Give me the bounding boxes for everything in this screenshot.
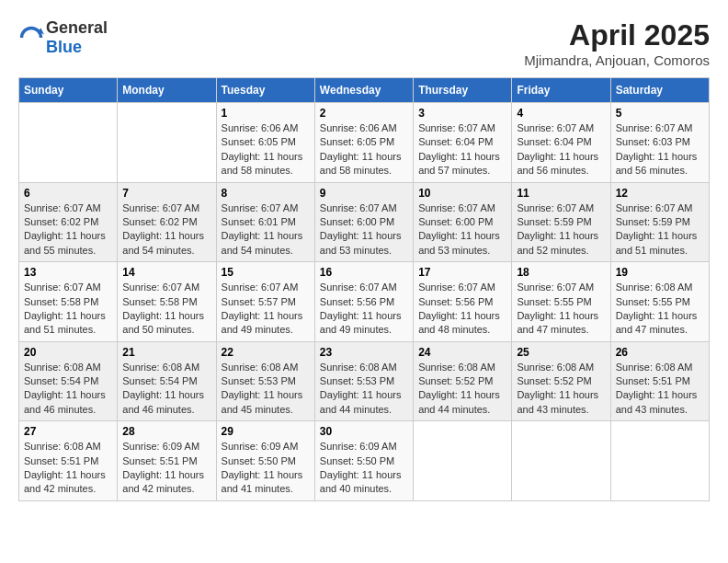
day-info: Sunrise: 6:07 AM Sunset: 5:56 PM Dayligh… <box>418 281 506 338</box>
day-info: Sunrise: 6:07 AM Sunset: 5:59 PM Dayligh… <box>517 201 605 259</box>
week-row-4: 20Sunrise: 6:08 AM Sunset: 5:54 PM Dayli… <box>19 341 710 421</box>
day-number: 28 <box>122 425 210 438</box>
calendar-cell <box>610 421 709 501</box>
day-number: 11 <box>517 187 605 200</box>
day-info: Sunrise: 6:09 AM Sunset: 5:50 PM Dayligh… <box>320 440 408 497</box>
day-number: 22 <box>222 346 310 359</box>
day-number: 14 <box>122 266 210 279</box>
day-info: Sunrise: 6:08 AM Sunset: 5:52 PM Dayligh… <box>517 361 605 418</box>
day-number: 5 <box>616 107 704 120</box>
calendar-cell: 22Sunrise: 6:08 AM Sunset: 5:53 PM Dayli… <box>216 341 314 421</box>
calendar-cell: 1Sunrise: 6:06 AM Sunset: 6:05 PM Daylig… <box>216 103 314 183</box>
day-number: 16 <box>320 266 408 279</box>
page-header: General Blue April 2025 Mjimandra, Anjou… <box>18 18 710 68</box>
day-number: 17 <box>418 266 506 279</box>
day-info: Sunrise: 6:07 AM Sunset: 5:58 PM Dayligh… <box>122 281 210 338</box>
title-block: April 2025 Mjimandra, Anjouan, Comoros <box>524 18 710 68</box>
day-number: 4 <box>517 107 605 120</box>
calendar-cell: 8Sunrise: 6:07 AM Sunset: 6:01 PM Daylig… <box>216 182 314 262</box>
day-info: Sunrise: 6:06 AM Sunset: 6:05 PM Dayligh… <box>222 121 310 178</box>
day-number: 26 <box>616 346 704 359</box>
logo-general-text: General <box>46 18 108 37</box>
calendar-cell: 20Sunrise: 6:08 AM Sunset: 5:54 PM Dayli… <box>19 341 118 421</box>
day-number: 27 <box>24 425 112 438</box>
day-info: Sunrise: 6:07 AM Sunset: 6:00 PM Dayligh… <box>418 201 506 259</box>
calendar-cell: 3Sunrise: 6:07 AM Sunset: 6:04 PM Daylig… <box>414 103 512 183</box>
logo-icon <box>18 25 44 51</box>
day-number: 6 <box>24 187 112 200</box>
weekday-header-wednesday: Wednesday <box>314 78 413 103</box>
day-info: Sunrise: 6:07 AM Sunset: 5:55 PM Dayligh… <box>517 281 605 338</box>
calendar-cell: 12Sunrise: 6:07 AM Sunset: 5:59 PM Dayli… <box>610 182 709 262</box>
week-row-2: 6Sunrise: 6:07 AM Sunset: 6:02 PM Daylig… <box>19 182 710 262</box>
day-info: Sunrise: 6:08 AM Sunset: 5:52 PM Dayligh… <box>418 361 506 418</box>
day-number: 7 <box>122 187 210 200</box>
calendar-cell <box>118 103 216 183</box>
weekday-header-sunday: Sunday <box>19 78 118 103</box>
calendar-cell: 6Sunrise: 6:07 AM Sunset: 6:02 PM Daylig… <box>19 182 118 262</box>
calendar-cell: 9Sunrise: 6:07 AM Sunset: 6:00 PM Daylig… <box>314 182 413 262</box>
calendar-cell: 28Sunrise: 6:09 AM Sunset: 5:51 PM Dayli… <box>118 421 216 501</box>
calendar-cell: 23Sunrise: 6:08 AM Sunset: 5:53 PM Dayli… <box>314 341 413 421</box>
week-row-5: 27Sunrise: 6:08 AM Sunset: 5:51 PM Dayli… <box>19 421 710 501</box>
day-number: 30 <box>320 425 408 438</box>
weekday-header-thursday: Thursday <box>414 78 512 103</box>
day-number: 20 <box>24 346 112 359</box>
day-number: 1 <box>222 107 310 120</box>
calendar-subtitle: Mjimandra, Anjouan, Comoros <box>524 52 710 68</box>
calendar-cell: 30Sunrise: 6:09 AM Sunset: 5:50 PM Dayli… <box>314 421 413 501</box>
calendar-cell: 16Sunrise: 6:07 AM Sunset: 5:56 PM Dayli… <box>314 262 413 342</box>
day-info: Sunrise: 6:08 AM Sunset: 5:51 PM Dayligh… <box>24 440 112 497</box>
day-number: 2 <box>320 107 408 120</box>
logo-blue-text: Blue <box>46 38 82 56</box>
day-number: 29 <box>222 425 310 438</box>
calendar-cell <box>19 103 118 183</box>
day-number: 15 <box>222 266 310 279</box>
day-info: Sunrise: 6:09 AM Sunset: 5:51 PM Dayligh… <box>122 440 210 497</box>
calendar-cell: 7Sunrise: 6:07 AM Sunset: 6:02 PM Daylig… <box>118 182 216 262</box>
weekday-header-row: SundayMondayTuesdayWednesdayThursdayFrid… <box>19 78 710 103</box>
calendar-cell: 24Sunrise: 6:08 AM Sunset: 5:52 PM Dayli… <box>414 341 512 421</box>
calendar-cell: 5Sunrise: 6:07 AM Sunset: 6:03 PM Daylig… <box>610 103 709 183</box>
day-info: Sunrise: 6:07 AM Sunset: 6:04 PM Dayligh… <box>517 121 605 178</box>
weekday-header-friday: Friday <box>512 78 610 103</box>
calendar-cell: 29Sunrise: 6:09 AM Sunset: 5:50 PM Dayli… <box>216 421 314 501</box>
day-number: 19 <box>616 266 704 279</box>
weekday-header-tuesday: Tuesday <box>216 78 314 103</box>
calendar-cell: 13Sunrise: 6:07 AM Sunset: 5:58 PM Dayli… <box>19 262 118 342</box>
day-info: Sunrise: 6:07 AM Sunset: 6:04 PM Dayligh… <box>418 121 506 178</box>
day-number: 12 <box>616 187 704 200</box>
day-info: Sunrise: 6:07 AM Sunset: 6:03 PM Dayligh… <box>616 121 704 178</box>
calendar-table: SundayMondayTuesdayWednesdayThursdayFrid… <box>18 77 710 501</box>
day-number: 18 <box>517 266 605 279</box>
day-number: 9 <box>320 187 408 200</box>
day-number: 25 <box>517 346 605 359</box>
day-number: 21 <box>122 346 210 359</box>
day-info: Sunrise: 6:06 AM Sunset: 6:05 PM Dayligh… <box>320 121 408 178</box>
day-info: Sunrise: 6:08 AM Sunset: 5:54 PM Dayligh… <box>122 361 210 418</box>
day-info: Sunrise: 6:07 AM Sunset: 5:58 PM Dayligh… <box>24 281 112 338</box>
weekday-header-monday: Monday <box>118 78 216 103</box>
day-number: 24 <box>418 346 506 359</box>
calendar-cell: 27Sunrise: 6:08 AM Sunset: 5:51 PM Dayli… <box>19 421 118 501</box>
day-info: Sunrise: 6:07 AM Sunset: 5:57 PM Dayligh… <box>222 281 310 338</box>
day-info: Sunrise: 6:08 AM Sunset: 5:55 PM Dayligh… <box>616 281 704 338</box>
calendar-cell <box>512 421 610 501</box>
day-number: 13 <box>24 266 112 279</box>
calendar-cell: 2Sunrise: 6:06 AM Sunset: 6:05 PM Daylig… <box>314 103 413 183</box>
day-info: Sunrise: 6:08 AM Sunset: 5:53 PM Dayligh… <box>320 361 408 418</box>
calendar-cell: 4Sunrise: 6:07 AM Sunset: 6:04 PM Daylig… <box>512 103 610 183</box>
day-info: Sunrise: 6:09 AM Sunset: 5:50 PM Dayligh… <box>222 440 310 497</box>
day-info: Sunrise: 6:07 AM Sunset: 6:00 PM Dayligh… <box>320 201 408 259</box>
weekday-header-saturday: Saturday <box>610 78 709 103</box>
day-number: 23 <box>320 346 408 359</box>
calendar-cell: 21Sunrise: 6:08 AM Sunset: 5:54 PM Dayli… <box>118 341 216 421</box>
calendar-cell: 15Sunrise: 6:07 AM Sunset: 5:57 PM Dayli… <box>216 262 314 342</box>
calendar-cell: 25Sunrise: 6:08 AM Sunset: 5:52 PM Dayli… <box>512 341 610 421</box>
day-info: Sunrise: 6:07 AM Sunset: 5:56 PM Dayligh… <box>320 281 408 338</box>
day-info: Sunrise: 6:08 AM Sunset: 5:51 PM Dayligh… <box>616 361 704 418</box>
calendar-cell: 19Sunrise: 6:08 AM Sunset: 5:55 PM Dayli… <box>610 262 709 342</box>
logo: General Blue <box>18 18 108 57</box>
day-number: 10 <box>418 187 506 200</box>
calendar-cell: 11Sunrise: 6:07 AM Sunset: 5:59 PM Dayli… <box>512 182 610 262</box>
